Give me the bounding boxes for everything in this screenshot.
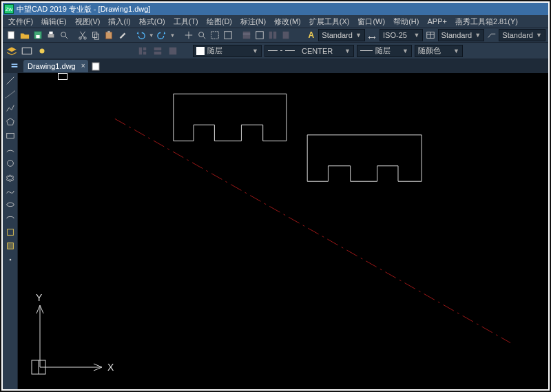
menu-window[interactable]: 窗口(W) (357, 17, 385, 27)
point-icon[interactable] (4, 254, 17, 266)
lineweight-combo[interactable]: 随层 ▼ (357, 45, 412, 57)
line-icon[interactable] (4, 74, 17, 87)
close-icon[interactable]: × (81, 62, 85, 70)
svg-rect-19 (256, 32, 264, 39)
ellipse-icon[interactable] (4, 198, 17, 211)
svg-rect-31 (154, 47, 162, 50)
menu-tools[interactable]: 工具(T) (174, 17, 198, 27)
ellipse-arc-icon[interactable] (4, 212, 17, 225)
document-tab[interactable]: Drawing1.dwg × (23, 60, 88, 72)
plotstyle-combo[interactable]: 随颜色 ▼ (415, 45, 463, 57)
menu-file[interactable]: 文件(F) (8, 17, 33, 27)
dim-style-combo[interactable]: ISO-25▼ (380, 29, 423, 41)
svg-rect-11 (106, 32, 112, 39)
cut-icon[interactable] (77, 29, 89, 41)
pline-icon[interactable] (4, 102, 17, 114)
menu-appplus[interactable]: APP+ (427, 17, 446, 25)
zoom-window-icon[interactable] (209, 29, 220, 41)
arc-icon[interactable] (4, 143, 17, 156)
new-tab-icon[interactable] (91, 61, 102, 72)
open-icon[interactable] (19, 29, 30, 41)
chevron-down-icon: ▼ (536, 32, 542, 39)
svg-marker-47 (307, 135, 422, 181)
rect-icon[interactable] (4, 130, 17, 142)
properties-icon[interactable] (240, 29, 252, 41)
linetype-value: CENTER (302, 47, 333, 55)
color-combo[interactable]: 随层 ▼ (193, 45, 262, 57)
textstyle-icon[interactable]: A (305, 29, 317, 41)
tool-palette-icon[interactable] (267, 29, 279, 41)
polygon-icon[interactable] (4, 116, 17, 128)
calc-icon[interactable] (280, 29, 292, 41)
menu-yanxiu[interactable]: 燕秀工具箱2.81(Y) (455, 17, 518, 27)
svg-rect-26 (22, 48, 32, 54)
mview-icon[interactable] (136, 45, 149, 57)
chevron-down-icon: ▼ (475, 32, 481, 39)
paste-icon[interactable] (103, 29, 115, 41)
mview2-icon[interactable] (152, 45, 164, 57)
pan-icon[interactable] (183, 29, 194, 41)
viewport-marker (58, 73, 67, 80)
spline-icon[interactable] (4, 185, 17, 197)
menu-format[interactable]: 格式(O) (139, 17, 165, 27)
menu-help[interactable]: 帮助(H) (393, 17, 419, 27)
matchprop-icon[interactable] (116, 29, 128, 41)
tablestyle-icon[interactable] (424, 29, 436, 41)
mleader-style-combo[interactable]: Standard▼ (499, 29, 545, 41)
menu-dim[interactable]: 标注(N) (240, 17, 266, 27)
plotstyle-value: 随颜色 (418, 45, 441, 56)
layer-manager-icon[interactable] (6, 45, 18, 57)
circle-icon[interactable] (4, 157, 17, 169)
svg-rect-3 (48, 34, 54, 37)
ucs-icon: Y X (25, 286, 121, 382)
svg-point-7 (79, 37, 82, 40)
insert-icon[interactable] (4, 226, 17, 238)
print-icon[interactable] (45, 29, 56, 41)
title-bar: Zw 中望CAD 2019 专业版 - [Drawing1.dwg] (3, 3, 548, 15)
zoom-icon[interactable] (196, 29, 207, 41)
dimstyle-icon[interactable] (366, 29, 378, 41)
chevron-down-icon[interactable]: ▼ (169, 29, 176, 41)
new-icon[interactable] (6, 29, 17, 41)
dc-icon[interactable] (253, 29, 265, 41)
chevron-down-icon: ▼ (355, 32, 362, 39)
standard-toolbar: ▼ ▼ A Standard▼ ISO-25▼ Standard▼ Standa… (3, 28, 548, 43)
menu-insert[interactable]: 插入(I) (108, 17, 130, 27)
svg-line-38 (6, 91, 15, 99)
layer-prev-icon[interactable] (21, 45, 33, 57)
svg-rect-34 (12, 64, 18, 65)
chevron-down-icon[interactable]: ▼ (148, 29, 155, 41)
preview-icon[interactable] (59, 29, 70, 41)
redo-icon[interactable] (156, 29, 168, 41)
menu-bar: 文件(F) 编辑(E) 视图(V) 插入(I) 格式(O) 工具(T) 绘图(D… (3, 15, 548, 28)
svg-rect-43 (7, 229, 13, 236)
menu-ext[interactable]: 扩展工具(X) (309, 17, 350, 27)
tab-list-icon[interactable] (8, 60, 21, 72)
svg-point-13 (198, 32, 203, 37)
save-icon[interactable] (32, 29, 43, 41)
svg-rect-4 (49, 32, 52, 34)
svg-rect-32 (154, 51, 162, 54)
menu-view[interactable]: 视图(V) (75, 17, 101, 27)
mview3-icon[interactable] (167, 45, 179, 57)
copy-icon[interactable] (90, 29, 102, 41)
thaw-icon[interactable] (36, 45, 48, 57)
text-style-combo[interactable]: Standard▼ (318, 29, 365, 41)
xline-icon[interactable] (4, 88, 17, 101)
lineweight-preview (360, 50, 373, 51)
workspace: Y X (3, 73, 548, 389)
table-style-combo[interactable]: Standard▼ (438, 29, 485, 41)
mleaderstyle-icon[interactable] (486, 29, 497, 41)
menu-draw[interactable]: 绘图(D) (207, 17, 232, 27)
menu-edit[interactable]: 编辑(E) (41, 17, 67, 27)
svg-point-42 (6, 203, 14, 206)
svg-rect-40 (6, 134, 14, 138)
undo-icon[interactable] (135, 29, 147, 41)
block-icon[interactable] (4, 240, 17, 252)
linetype-combo[interactable]: CENTER ▼ (264, 45, 354, 57)
zoom-prev-icon[interactable] (222, 29, 233, 41)
document-tab-label: Drawing1.dwg (28, 62, 76, 70)
drawing-canvas[interactable]: Y X (18, 73, 548, 389)
revcloud-icon[interactable] (4, 171, 17, 183)
menu-modify[interactable]: 修改(M) (274, 17, 301, 27)
